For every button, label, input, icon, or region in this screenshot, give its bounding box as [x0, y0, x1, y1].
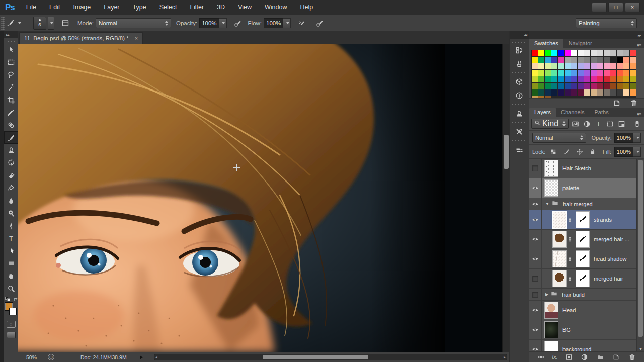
info-icon[interactable]: [512, 88, 527, 102]
magic-wand-tool[interactable]: [4, 81, 18, 94]
swatch[interactable]: [565, 76, 571, 82]
swatch[interactable]: [565, 50, 571, 56]
layer-visibility-toggle[interactable]: [529, 249, 542, 268]
layer-thumbnail[interactable]: [552, 270, 567, 287]
delete-layer-button[interactable]: [627, 352, 637, 362]
menu-edit[interactable]: Edit: [43, 0, 67, 15]
layer-row[interactable]: ▼hair merged: [529, 198, 636, 210]
layer-blend-mode-select[interactable]: Normal: [532, 133, 586, 143]
swatch[interactable]: [565, 83, 571, 89]
layer-visibility-toggle[interactable]: [529, 301, 542, 320]
tool-presets-icon[interactable]: [512, 125, 527, 138]
swatch[interactable]: [545, 76, 551, 82]
layer-mask-thumbnail[interactable]: [576, 231, 590, 248]
swatch[interactable]: [610, 89, 616, 96]
layer-name[interactable]: merged hair: [594, 276, 623, 282]
swatch[interactable]: [551, 83, 557, 89]
swatch[interactable]: [597, 89, 603, 96]
tab-layers[interactable]: Layers: [529, 108, 556, 117]
swatch[interactable]: [617, 57, 623, 63]
chevron-down-icon[interactable]: [219, 18, 227, 28]
layer-mask-thumbnail[interactable]: [576, 250, 590, 267]
swatch[interactable]: [630, 63, 636, 69]
vertical-scroll-thumb[interactable]: [504, 135, 509, 169]
swatch[interactable]: [591, 76, 597, 82]
swatch[interactable]: [630, 50, 636, 56]
filter-pixel-layers-icon[interactable]: [570, 119, 580, 129]
filter-adjustment-layers-icon[interactable]: [582, 119, 592, 129]
swatch[interactable]: [584, 89, 590, 96]
swatch[interactable]: [617, 50, 623, 56]
swatch[interactable]: [591, 70, 597, 76]
brushes-icon[interactable]: [512, 143, 527, 156]
screen-mode-button[interactable]: [7, 332, 16, 338]
move-tool[interactable]: [4, 43, 18, 56]
canvas-vertical-scrollbar[interactable]: [502, 44, 509, 352]
swatch[interactable]: [623, 50, 629, 56]
history-brush-tool[interactable]: [4, 156, 18, 169]
layer-row[interactable]: Hair Sketch: [529, 159, 636, 178]
path-selection-tool[interactable]: [4, 244, 18, 257]
swatch[interactable]: [630, 89, 636, 96]
delete-swatch-button[interactable]: [629, 98, 639, 108]
brush-tool[interactable]: [4, 131, 18, 144]
layer-mask-thumbnail[interactable]: [576, 211, 590, 228]
menu-select[interactable]: Select: [153, 0, 184, 15]
swatch[interactable]: [623, 70, 629, 76]
layer-styles-button[interactable]: fx.: [552, 354, 558, 360]
canvas[interactable]: [18, 44, 509, 352]
swatch[interactable]: [538, 70, 544, 76]
clone-source-icon[interactable]: [512, 107, 527, 120]
scroll-left-arrow-icon[interactable]: ◂: [155, 355, 157, 359]
3d-icon[interactable]: [512, 75, 527, 88]
swatch[interactable]: [604, 76, 610, 82]
hand-tool[interactable]: [4, 269, 18, 282]
swatch[interactable]: [597, 57, 603, 63]
swatch[interactable]: [551, 70, 557, 76]
swatch[interactable]: [623, 63, 629, 69]
new-layer-button[interactable]: [611, 352, 621, 362]
toolbox-collapse-button[interactable]: ▸▸: [4, 31, 18, 38]
filter-toggle-switch[interactable]: [632, 119, 642, 129]
layer-thumbnail[interactable]: [552, 250, 567, 267]
swatch[interactable]: [617, 63, 623, 69]
swatch[interactable]: [597, 50, 603, 56]
menu-type[interactable]: Type: [126, 0, 153, 15]
layer-row[interactable]: merged hair: [529, 269, 636, 289]
layer-thumbnail[interactable]: [544, 341, 558, 351]
minimize-button[interactable]: —: [592, 3, 607, 12]
chevron-down-icon[interactable]: [633, 147, 641, 157]
menu-3d[interactable]: 3D: [210, 0, 231, 15]
swatch[interactable]: [591, 83, 597, 89]
swatch[interactable]: [578, 57, 584, 63]
swatch[interactable]: [584, 50, 590, 56]
layer-visibility-toggle[interactable]: [529, 269, 542, 288]
swatch[interactable]: [565, 63, 571, 69]
layer-row-body[interactable]: Head: [542, 301, 636, 320]
layer-name[interactable]: head shadow: [594, 256, 626, 262]
panel-menu-icon[interactable]: ▾≡: [637, 112, 644, 117]
toggle-brush-panel-button[interactable]: [59, 17, 71, 29]
swatch[interactable]: [565, 57, 571, 63]
layer-row[interactable]: Head: [529, 301, 636, 320]
layer-row[interactable]: strands: [529, 210, 636, 230]
dodge-tool[interactable]: [4, 207, 18, 219]
menu-filter[interactable]: Filter: [183, 0, 210, 15]
layer-visibility-toggle[interactable]: [529, 198, 542, 210]
swatch[interactable]: [538, 50, 544, 56]
close-icon[interactable]: ×: [135, 35, 138, 41]
layer-row[interactable]: palette: [529, 178, 636, 198]
swatch[interactable]: [571, 70, 577, 76]
swatch[interactable]: [532, 89, 538, 96]
canvas-horizontal-scrollbar[interactable]: ◂ ▸: [154, 354, 507, 360]
swatch[interactable]: [551, 63, 557, 69]
layer-visibility-toggle[interactable]: [529, 210, 542, 229]
swatch[interactable]: [623, 57, 629, 63]
menu-help[interactable]: Help: [294, 0, 320, 15]
swatch[interactable]: [610, 83, 616, 89]
eyedropper-tool[interactable]: [4, 106, 18, 119]
dock-collapse-button[interactable]: ◂◂: [510, 31, 529, 39]
status-flyout-arrow-icon[interactable]: [140, 355, 143, 359]
layer-row[interactable]: BG: [529, 320, 636, 340]
layer-visibility-toggle[interactable]: [529, 230, 542, 249]
